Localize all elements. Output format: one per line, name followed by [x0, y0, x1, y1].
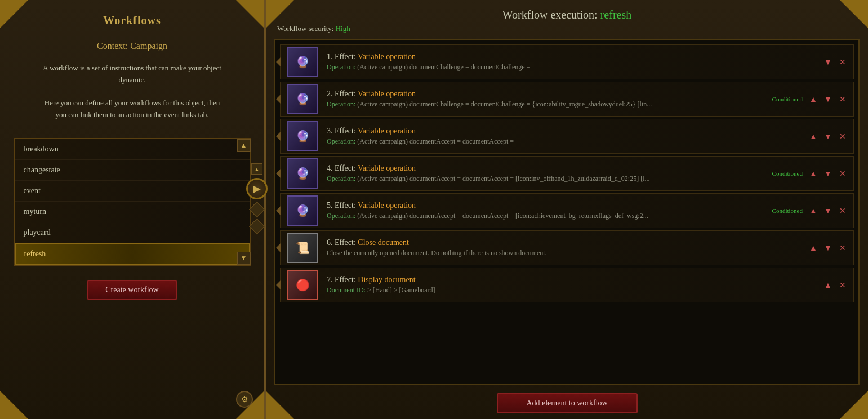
- step-close-btn-2[interactable]: ✕: [836, 93, 849, 105]
- step-row-6: 📜6. Effect: Close documentClose the curr…: [280, 230, 854, 265]
- conditioned-badge-2: Conditioned: [772, 96, 803, 102]
- left-scroll-controls: ▲ ▶: [246, 163, 268, 233]
- security-line: Workflow security: High: [274, 24, 860, 33]
- step-detail-5: Operation: (Active campaign) documentAcc…: [327, 212, 768, 220]
- step-icon-6: 📜: [287, 233, 318, 263]
- step-left-arrow-6: [276, 243, 281, 252]
- step-close-btn-6[interactable]: ✕: [836, 242, 849, 254]
- step-down-btn-6[interactable]: ▼: [822, 242, 834, 254]
- step-left-arrow-4: [276, 169, 281, 178]
- panel-title: Workflows: [103, 14, 161, 27]
- conditioned-badge-4: Conditioned: [772, 170, 803, 177]
- nav-diamond-2[interactable]: [249, 219, 265, 234]
- workflow-item-myturn[interactable]: myturn: [15, 202, 250, 222]
- right-panel: Workflow execution: refresh Workflow sec…: [266, 0, 868, 419]
- description-text: A workflow is a set of instructions that…: [32, 63, 233, 121]
- create-workflow-button[interactable]: Create workflow: [87, 280, 176, 300]
- step-up-btn-2[interactable]: ▲: [807, 93, 820, 105]
- step-title-5: 5. Effect: Variable operation: [327, 201, 768, 210]
- step-row-5: 🔮5. Effect: Variable operationOperation:…: [280, 193, 854, 228]
- step-actions-6: ▲▼✕: [807, 242, 849, 254]
- step-icon-7: 🔴: [287, 270, 318, 300]
- step-content-7: 7. Effect: Display documentDocument ID: …: [322, 273, 822, 297]
- step-icon-3: 🔮: [287, 121, 318, 151]
- step-row-7: 🔴7. Effect: Display documentDocument ID:…: [280, 268, 854, 302]
- step-icon-1: 🔮: [287, 47, 318, 77]
- step-actions-2: ▲▼✕: [807, 93, 849, 105]
- step-row-4: 🔮4. Effect: Variable operationOperation:…: [280, 156, 854, 191]
- step-up-btn-6[interactable]: ▲: [807, 242, 820, 254]
- step-detail-3: Operation: (Active campaign) documentAcc…: [327, 137, 803, 146]
- workflow-steps-container: 🔮1. Effect: Variable operationOperation:…: [274, 39, 860, 385]
- step-title-2: 2. Effect: Variable operation: [327, 90, 768, 99]
- step-content-2: 2. Effect: Variable operationOperation: …: [322, 87, 772, 112]
- step-down-btn-5[interactable]: ▼: [822, 204, 834, 217]
- step-down-btn-2[interactable]: ▼: [822, 93, 834, 105]
- workflow-item-refresh[interactable]: refresh: [15, 243, 250, 265]
- scroll-up-arrow[interactable]: ▲: [237, 139, 251, 152]
- step-title-3: 3. Effect: Variable operation: [327, 127, 803, 136]
- step-left-arrow-5: [276, 206, 281, 215]
- workflow-item-changestate[interactable]: changestate: [15, 160, 250, 181]
- step-actions-5: ▲▼✕: [807, 204, 849, 217]
- workflow-item-event[interactable]: event: [15, 181, 250, 202]
- step-close-btn-1[interactable]: ✕: [836, 56, 849, 68]
- step-left-arrow-2: [276, 95, 281, 104]
- step-detail-1: Operation: (Active campaign) documentCha…: [327, 63, 817, 72]
- step-title-7: 7. Effect: Display document: [327, 275, 817, 284]
- step-down-btn-1[interactable]: ▼: [822, 56, 834, 68]
- step-actions-3: ▲▼✕: [807, 130, 849, 142]
- step-up-btn-3[interactable]: ▲: [807, 130, 820, 142]
- step-up-btn-7[interactable]: ▲: [822, 279, 834, 291]
- step-close-btn-5[interactable]: ✕: [836, 204, 849, 217]
- step-icon-2: 🔮: [287, 84, 318, 114]
- step-close-btn-3[interactable]: ✕: [836, 130, 849, 142]
- left-panel: Workflows Context: Campaign A workflow i…: [0, 0, 266, 419]
- workflow-items-container: breakdownchangestateeventmyturnplaycardr…: [15, 139, 250, 265]
- step-close-btn-4[interactable]: ✕: [836, 167, 849, 180]
- scroll-up-btn[interactable]: ▲: [251, 163, 262, 175]
- step-icon-4: 🔮: [287, 158, 318, 189]
- step-down-btn-4[interactable]: ▼: [822, 167, 834, 180]
- step-row-1: 🔮1. Effect: Variable operationOperation:…: [280, 44, 854, 79]
- corner-tl: [0, 0, 28, 28]
- step-content-4: 4. Effect: Variable operationOperation: …: [322, 161, 772, 186]
- step-title-1: 1. Effect: Variable operation: [327, 52, 817, 61]
- step-down-btn-3[interactable]: ▼: [822, 130, 834, 142]
- scroll-down-arrow[interactable]: ▼: [237, 252, 251, 265]
- workflow-item-playcard[interactable]: playcard: [15, 222, 250, 243]
- step-actions-1: ▼✕: [822, 56, 849, 68]
- step-title-4: 4. Effect: Variable operation: [327, 164, 768, 173]
- step-actions-7: ▲✕: [822, 279, 849, 291]
- step-content-5: 5. Effect: Variable operationOperation: …: [322, 198, 772, 223]
- step-row-3: 🔮3. Effect: Variable operationOperation:…: [280, 119, 854, 154]
- step-left-arrow-3: [276, 132, 281, 141]
- step-content-6: 6. Effect: Close documentClose the curre…: [322, 235, 807, 260]
- step-actions-4: ▲▼✕: [807, 167, 849, 180]
- context-label: Context: Campaign: [97, 41, 167, 51]
- workflow-list: ▲ breakdownchangestateeventmyturnplaycar…: [14, 138, 251, 266]
- step-row-2: 🔮2. Effect: Variable operationOperation:…: [280, 82, 854, 117]
- step-title-6: 6. Effect: Close document: [327, 238, 803, 247]
- add-element-button[interactable]: Add element to workflow: [497, 393, 638, 413]
- step-detail-4: Operation: (Active campaign) documentAcc…: [327, 175, 768, 183]
- step-up-btn-5[interactable]: ▲: [807, 204, 820, 217]
- workflow-item-breakdown[interactable]: breakdown: [15, 139, 250, 160]
- step-icon-5: 🔮: [287, 195, 318, 226]
- step-detail-2: Operation: (Active campaign) documentCha…: [327, 100, 768, 109]
- conditioned-badge-5: Conditioned: [772, 207, 803, 214]
- step-content-1: 1. Effect: Variable operationOperation: …: [322, 50, 822, 74]
- corner-bl: [0, 391, 28, 419]
- nav-main-btn[interactable]: ▶: [246, 178, 268, 199]
- nav-diamond-1[interactable]: [249, 202, 265, 217]
- corner-tr: [236, 0, 264, 28]
- step-up-btn-4[interactable]: ▲: [807, 167, 820, 180]
- step-left-arrow-7: [276, 280, 281, 289]
- step-close-btn-7[interactable]: ✕: [836, 279, 849, 291]
- step-detail-7: Document ID: > [Hand] > [Gameboard]: [327, 286, 817, 295]
- settings-icon[interactable]: ⚙: [236, 391, 253, 408]
- step-content-3: 3. Effect: Variable operationOperation: …: [322, 124, 807, 149]
- right-header: Workflow execution: refresh: [274, 8, 860, 21]
- step-left-arrow-1: [276, 57, 281, 66]
- step-detail-6: Close the currently opened document. Do …: [327, 249, 803, 257]
